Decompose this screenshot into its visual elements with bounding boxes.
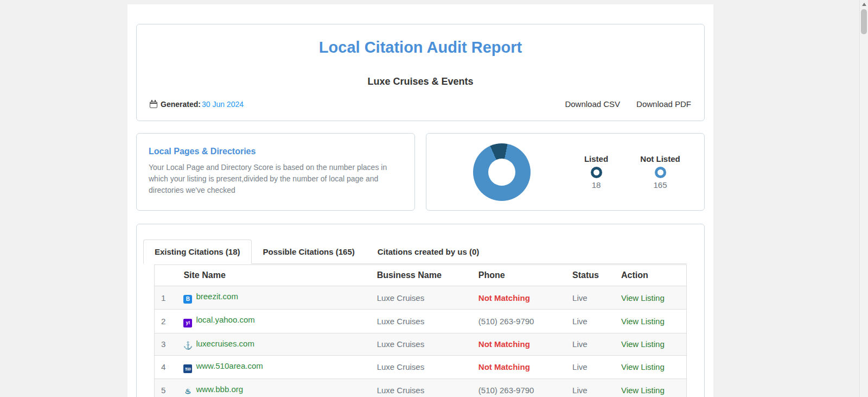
business-cell: Luxe Cruises bbox=[371, 333, 472, 355]
row-index: 3 bbox=[155, 333, 177, 355]
row-index: 2 bbox=[155, 310, 177, 333]
vertical-scrollbar[interactable] bbox=[859, 0, 868, 397]
luxecruises-favicon-icon: ⚓ bbox=[183, 341, 192, 350]
status-cell: Live bbox=[566, 286, 615, 310]
site-link[interactable]: local.yahoo.com bbox=[196, 315, 254, 324]
table-header-row: Site Name Business Name Phone Status Act… bbox=[155, 265, 687, 286]
listed-value: 18 bbox=[574, 180, 618, 190]
citations-card: Existing Citations (18) Possible Citatio… bbox=[136, 224, 705, 397]
site-link[interactable]: breezit.com bbox=[196, 292, 238, 301]
view-listing-link[interactable]: View Listing bbox=[621, 386, 665, 395]
site-link[interactable]: www.510area.com bbox=[196, 361, 263, 370]
local-pages-card: Local Pages & Directories Your Local Pag… bbox=[136, 133, 415, 211]
510area-favicon-icon: 510 bbox=[183, 364, 192, 373]
phone-cell: (510) 263-9790 bbox=[472, 310, 566, 333]
header-action: Action bbox=[615, 265, 687, 286]
summary-row: Local Pages & Directories Your Local Pag… bbox=[136, 133, 705, 211]
breezit-favicon-icon: B bbox=[183, 295, 192, 304]
generated-label: Generated: bbox=[161, 100, 201, 109]
status-cell: Live bbox=[566, 333, 615, 355]
status-cell: Live bbox=[566, 355, 615, 379]
header-index bbox=[155, 265, 177, 286]
download-actions: Download CSV Download PDF bbox=[565, 99, 691, 109]
site-link[interactable]: www.bbb.org bbox=[196, 385, 243, 394]
not-listed-stat: Not Listed 165 bbox=[638, 154, 682, 190]
table-row: 2 y!local.yahoo.com Luxe Cruises (510) 2… bbox=[155, 310, 687, 333]
table-row: 5 ♨www.bbb.org Luxe Cruises (510) 263-97… bbox=[155, 379, 687, 397]
page-title: Local Citation Audit Report bbox=[150, 39, 691, 56]
download-pdf-link[interactable]: Download PDF bbox=[636, 99, 691, 109]
row-index: 4 bbox=[155, 355, 177, 379]
tab-possible-citations[interactable]: Possible Citations (165) bbox=[252, 240, 366, 264]
not-listed-label: Not Listed bbox=[638, 154, 682, 163]
download-csv-link[interactable]: Download CSV bbox=[565, 99, 620, 109]
header-phone: Phone bbox=[472, 265, 566, 286]
chart-card: Listed 18 Not Listed 165 bbox=[426, 133, 705, 211]
table-row: 1 Bbreezit.com Luxe Cruises Not Matching… bbox=[155, 286, 687, 310]
citations-tabbar: Existing Citations (18) Possible Citatio… bbox=[143, 240, 687, 264]
local-pages-description: Your Local Page and Directory Score is b… bbox=[149, 162, 403, 196]
business-cell: Luxe Cruises bbox=[371, 355, 472, 379]
calendar-icon bbox=[150, 102, 157, 108]
view-listing-link[interactable]: View Listing bbox=[621, 339, 665, 349]
view-listing-link[interactable]: View Listing bbox=[621, 293, 665, 303]
view-listing-link[interactable]: View Listing bbox=[621, 362, 665, 371]
report-header-card: Local Citation Audit Report Luxe Cruises… bbox=[136, 24, 705, 121]
local-pages-heading: Local Pages & Directories bbox=[149, 147, 403, 156]
tab-existing-citations[interactable]: Existing Citations (18) bbox=[143, 240, 252, 264]
status-cell: Live bbox=[566, 379, 615, 397]
row-index: 5 bbox=[155, 379, 177, 397]
phone-cell: Not Matching bbox=[472, 355, 566, 379]
listed-label: Listed bbox=[574, 154, 618, 163]
listed-ring-icon bbox=[591, 167, 602, 178]
yahoo-favicon-icon: y! bbox=[183, 319, 192, 327]
not-listed-value: 165 bbox=[638, 180, 682, 190]
scrollbar-thumb[interactable] bbox=[861, 9, 867, 34]
business-cell: Luxe Cruises bbox=[371, 310, 472, 333]
header-site-name: Site Name bbox=[177, 265, 370, 286]
not-listed-ring-icon bbox=[655, 167, 666, 178]
citations-table: Site Name Business Name Phone Status Act… bbox=[154, 264, 687, 397]
generated-info: Generated: 30 Jun 2024 bbox=[150, 100, 244, 109]
listed-stat: Listed 18 bbox=[574, 154, 618, 190]
bbb-favicon-icon: ♨ bbox=[183, 387, 192, 396]
generated-date: 30 Jun 2024 bbox=[202, 100, 244, 109]
phone-cell: Not Matching bbox=[472, 286, 566, 310]
business-name: Luxe Cruises & Events bbox=[150, 76, 691, 87]
table-row: 4 510www.510area.com Luxe Cruises Not Ma… bbox=[155, 355, 687, 379]
row-index: 1 bbox=[155, 286, 177, 310]
donut-chart bbox=[473, 143, 531, 201]
tab-citations-created-by-us[interactable]: Citations created by us (0) bbox=[366, 240, 491, 264]
header-status: Status bbox=[566, 265, 615, 286]
table-row: 3 ⚓luxecruises.com Luxe Cruises Not Matc… bbox=[155, 333, 687, 355]
business-cell: Luxe Cruises bbox=[371, 379, 472, 397]
view-listing-link[interactable]: View Listing bbox=[621, 317, 665, 326]
scroll-up-arrow-icon[interactable] bbox=[862, 3, 866, 6]
status-cell: Live bbox=[566, 310, 615, 333]
business-cell: Luxe Cruises bbox=[371, 286, 472, 310]
generated-row: Generated: 30 Jun 2024 Download CSV Down… bbox=[150, 99, 691, 109]
phone-cell: Not Matching bbox=[472, 333, 566, 355]
site-link[interactable]: luxecruises.com bbox=[196, 339, 254, 348]
report-page: Local Citation Audit Report Luxe Cruises… bbox=[127, 4, 713, 397]
phone-cell: (510) 263-9790 bbox=[472, 379, 566, 397]
header-business-name: Business Name bbox=[371, 265, 472, 286]
